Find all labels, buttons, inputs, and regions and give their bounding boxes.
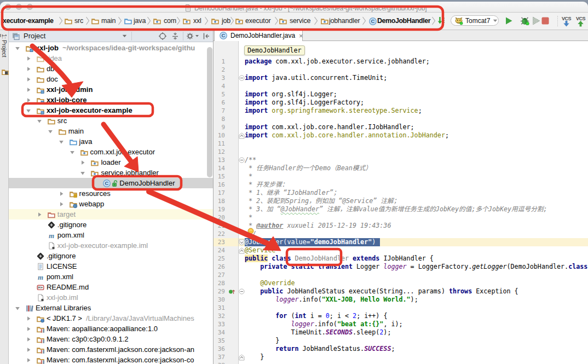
vcs-update-button[interactable]: VCS <box>561 15 572 27</box>
code-token: .sleep( <box>353 328 379 336</box>
tree-item-java[interactable]: java <box>9 136 214 147</box>
intention-bulb-icon[interactable] <box>247 228 255 236</box>
tree-collapsed-arrow-icon[interactable] <box>26 347 31 353</box>
tree-item-label: xxl-job-executor-example <box>47 106 132 114</box>
tree-item-maven-com.fasterxml.jackson.core-jackson-an[interactable]: Maven: com.fasterxml.jackson.core:jackso… <box>9 344 214 355</box>
tree-item-target[interactable]: target <box>9 209 214 219</box>
tree-item-main[interactable]: main <box>9 126 214 136</box>
tree-item-.gitignore[interactable]: .gitignore <box>9 251 214 261</box>
editor-tab[interactable]: C DemoJobHandler.java × <box>214 30 303 41</box>
code-token: ; i++) { <box>356 312 387 320</box>
tree-item-xxl-job-executor-example[interactable]: xxl-job-executor-example <box>9 105 214 115</box>
tree-item-src[interactable]: src <box>9 115 214 126</box>
tree-expanded-arrow-icon[interactable] <box>70 149 75 155</box>
zoom-window-button[interactable] <box>27 4 33 10</box>
project-tool-window-tab[interactable]: 1: Project <box>0 34 8 57</box>
code-line-30: logger.info("XXL-JOB, Hello World."); <box>245 296 418 304</box>
run-configuration-select[interactable]: Tomcat7 <box>451 15 499 26</box>
code-token: * 3、加 “ <box>245 205 281 213</box>
tree-item-.idea[interactable]: .idea <box>9 53 214 63</box>
hide-panel-icon[interactable] <box>202 32 211 41</box>
tree-item-.gitignore[interactable]: .gitignore <box>9 219 214 230</box>
tree-item-db[interactable]: db <box>9 63 214 74</box>
tree-expanded-arrow-icon[interactable] <box>59 139 64 145</box>
code-token: DemoJobHandler <box>295 255 349 262</box>
locate-file-icon[interactable] <box>158 32 167 41</box>
code-editor[interactable]: 1234567891011121314151617181920212223242… <box>214 41 588 364</box>
tree-item-xxl-job-admin[interactable]: xxl-job-admin <box>9 84 214 95</box>
tree-expanded-arrow-icon[interactable] <box>26 108 31 113</box>
tree-collapsed-arrow-icon[interactable] <box>26 357 31 363</box>
tree-expanded-arrow-icon[interactable] <box>80 170 85 176</box>
tree-item-demojobhandler[interactable]: CDemoJobHandler <box>9 178 214 188</box>
run-with-coverage-button[interactable] <box>532 16 540 25</box>
tree-item-xxl-job[interactable]: xxl-job~/workspaces/idea-git-workspace/g… <box>9 43 214 53</box>
tree-item-webapp[interactable]: webapp <box>9 199 214 209</box>
code-token: } <box>245 337 279 344</box>
overrides-method-gutter-icon[interactable] <box>228 288 235 295</box>
tree-item--jdk1.7-[interactable]: < JDK1.7 >/Library/Java/JavaVirtualMachi… <box>9 313 214 323</box>
tree-expanded-arrow-icon[interactable] <box>15 45 20 51</box>
code-line-18: * 2、装配到Spring，例如加 “@Service” 注解； <box>245 197 400 205</box>
close-tab-icon[interactable]: × <box>299 32 303 39</box>
tree-collapsed-arrow-icon[interactable] <box>59 191 64 197</box>
navigate-down-icon[interactable] <box>437 16 446 26</box>
code-line-23: @JobHander(value="demoJobHandler") <box>245 238 376 246</box>
tree-item-com.xxl.job.executor[interactable]: com.xxl.job.executor <box>9 147 214 157</box>
code-token: org.springframework.stereotype.Service <box>268 107 418 114</box>
tree-item-loader[interactable]: loader <box>9 157 214 167</box>
tree-item-readme.md[interactable]: README.md <box>9 282 214 292</box>
tree-item-xxl-job-core[interactable]: xxl-job-core <box>9 95 214 105</box>
tree-collapsed-arrow-icon[interactable] <box>26 337 31 342</box>
tree-scrollbar[interactable] <box>207 47 212 177</box>
tree-item-xxl-job-executor-example.iml[interactable]: xxl-job-executor-example.iml <box>9 240 214 251</box>
tree-item-maven-c3p0-c3p0-0.9.1.2[interactable]: Maven: c3p0:c3p0:0.9.1.2 <box>9 334 214 344</box>
excluded-folder-icon <box>47 210 56 219</box>
chevron-down-icon[interactable] <box>122 34 127 38</box>
tree-collapsed-arrow-icon[interactable] <box>59 201 64 207</box>
svg-text:C: C <box>105 180 109 186</box>
tree-expanded-arrow-icon[interactable] <box>37 118 42 124</box>
gear-icon[interactable] <box>186 32 199 41</box>
tree-item-label: doc <box>47 75 58 83</box>
debug-button[interactable] <box>520 16 530 25</box>
code-token: com.xxl.job.core.handler.annotation.JobH… <box>268 131 445 139</box>
tree-item-xxl-job.iml[interactable]: xxl-job.iml <box>9 292 214 303</box>
tree-item-pom.xml[interactable]: mpom.xml <box>9 271 214 282</box>
tree-item-resources[interactable]: resources <box>9 188 214 199</box>
tree-collapsed-arrow-icon[interactable] <box>26 87 31 93</box>
stop-button[interactable] <box>541 17 549 25</box>
run-button[interactable] <box>505 16 513 25</box>
tree-collapsed-arrow-icon[interactable] <box>26 66 31 72</box>
close-window-button[interactable] <box>5 4 11 10</box>
code-token: ( <box>287 312 295 320</box>
project-panel-title: Project <box>24 32 45 40</box>
tree-collapsed-arrow-icon[interactable] <box>37 212 42 217</box>
class-icon: C <box>368 17 377 26</box>
tree-collapsed-arrow-icon[interactable] <box>26 56 31 61</box>
tree-item-doc[interactable]: doc <box>9 74 214 84</box>
tree-item-maven-aopalliance-aopalliance-1.0[interactable]: Maven: aopalliance:aopalliance:1.0 <box>9 323 214 334</box>
tree-collapsed-arrow-icon[interactable] <box>80 160 85 165</box>
class-name-hint: DemoJobHandler <box>244 45 305 55</box>
minimize-window-button[interactable] <box>16 4 22 10</box>
tree-collapsed-arrow-icon[interactable] <box>26 316 31 321</box>
code-line-16: * 开发步骤： <box>245 181 289 189</box>
vcs-commit-button[interactable]: VCS <box>575 15 586 27</box>
tree-collapsed-arrow-icon[interactable] <box>26 97 31 103</box>
tree-item-license[interactable]: LICENSE <box>9 261 214 271</box>
tree-collapsed-arrow-icon[interactable] <box>26 326 31 332</box>
collapse-all-icon[interactable] <box>171 32 180 41</box>
tree-expanded-arrow-icon[interactable] <box>48 129 53 134</box>
tree-item-maven-com.fasterxml.jackson.core-jackson-co[interactable]: Maven: com.fasterxml.jackson.core:jackso… <box>9 355 214 364</box>
code-token: * 任务Handler的一个Demo（Bean模式） <box>245 164 372 172</box>
folder-icon <box>58 127 67 136</box>
tree-expanded-arrow-icon[interactable] <box>15 305 20 311</box>
code-token: for <box>275 312 287 320</box>
tree-item-label: LICENSE <box>47 262 77 270</box>
chevron-down-icon <box>493 19 498 22</box>
tree-item-external-libraries[interactable]: External Libraries <box>9 303 214 313</box>
tree-item-pom.xml[interactable]: mpom.xml <box>9 230 214 240</box>
tree-item-service.jobhandler[interactable]: service.jobhandler <box>9 167 214 178</box>
tree-collapsed-arrow-icon[interactable] <box>26 77 31 82</box>
